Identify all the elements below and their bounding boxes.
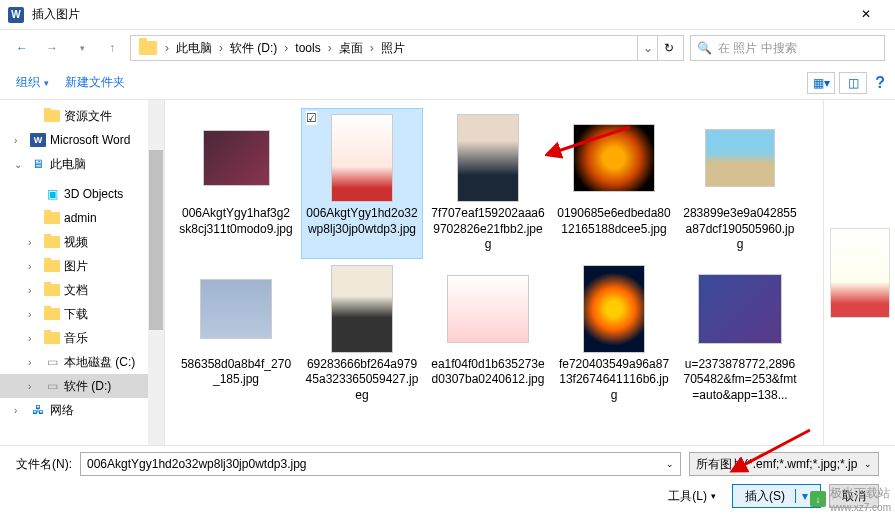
nav-forward-icon[interactable]: → (40, 36, 64, 60)
file-label: 7f707eaf159202aaa69702826e21fbb2.jpeg (431, 206, 545, 253)
sidebar-item-label: 图片 (64, 258, 88, 275)
view-preview-button[interactable]: ◫ (839, 72, 867, 94)
folder-icon (44, 110, 60, 122)
file-item[interactable]: 006AkgtYgy1haf3g2sk8cj311t0modo9.jpg (175, 108, 297, 259)
file-thumbnail (570, 114, 658, 202)
breadcrumb-item[interactable]: 软件 (D:) (227, 40, 280, 57)
filter-dropdown[interactable]: 所有图片(*.emf;*.wmf;*.jpg;*.jp ⌄ (689, 452, 879, 476)
drive-icon: ▭ (44, 379, 60, 393)
file-thumbnail (444, 265, 532, 353)
sidebar-item-label: 软件 (D:) (64, 378, 111, 395)
sidebar-item[interactable]: ▣3D Objects (0, 182, 164, 206)
new-folder-button[interactable]: 新建文件夹 (59, 70, 131, 95)
expand-icon[interactable]: › (28, 237, 40, 248)
file-item[interactable]: 69283666bf264a97945a323365059427.jpeg (301, 259, 423, 410)
file-item[interactable]: u=2373878772,2896705482&fm=253&fmt=auto&… (679, 259, 801, 410)
sidebar-item-label: 音乐 (64, 330, 88, 347)
folder-icon (44, 284, 60, 296)
filename-label: 文件名(N): (16, 456, 72, 473)
expand-icon[interactable]: › (28, 333, 40, 344)
sidebar-item[interactable]: ›图片 (0, 254, 164, 278)
nav-dropdown-icon[interactable]: ▾ (70, 36, 94, 60)
sidebar-item-label: 网络 (50, 402, 74, 419)
sidebar-item[interactable]: ›🖧网络 (0, 398, 164, 422)
file-item[interactable]: 0190685e6edbeda8012165188dcee5.jpg (553, 108, 675, 259)
file-label: ea1f04f0d1b635273ed0307ba0240612.jpg (431, 357, 545, 388)
sidebar-item[interactable]: ›▭软件 (D:) (0, 374, 164, 398)
file-label: 69283666bf264a97945a323365059427.jpeg (305, 357, 419, 404)
insert-button[interactable]: 插入(S)▾ (732, 484, 821, 508)
nav-up-icon[interactable]: ↑ (100, 36, 124, 60)
file-thumbnail (318, 114, 406, 202)
expand-icon[interactable]: › (28, 357, 40, 368)
expand-icon[interactable]: › (28, 309, 40, 320)
expand-icon[interactable]: › (28, 261, 40, 272)
file-thumbnail (444, 114, 532, 202)
expand-icon[interactable]: › (28, 381, 40, 392)
folder-icon (44, 332, 60, 344)
file-item[interactable]: ea1f04f0d1b635273ed0307ba0240612.jpg (427, 259, 549, 410)
sidebar-item-label: 3D Objects (64, 187, 123, 201)
sidebar-item[interactable]: ›WMicrosoft Word (0, 128, 164, 152)
sidebar-item[interactable]: 资源文件 (0, 104, 164, 128)
expand-icon[interactable]: › (28, 285, 40, 296)
sidebar-item-label: Microsoft Word (50, 133, 130, 147)
tools-menu[interactable]: 工具(L) ▾ (660, 486, 724, 507)
close-button[interactable]: ✕ (845, 0, 887, 29)
sidebar-item[interactable]: admin (0, 206, 164, 230)
obj3d-icon: ▣ (44, 187, 60, 201)
chevron-right-icon: › (215, 41, 227, 55)
filter-text: 所有图片(*.emf;*.wmf;*.jpg;*.jp (696, 456, 857, 473)
breadcrumb-item[interactable]: tools (292, 41, 323, 55)
expand-icon[interactable]: › (14, 405, 26, 416)
main-area: 资源文件›WMicrosoft Word⌄🖥此电脑▣3D Objectsadmi… (0, 100, 895, 445)
file-item[interactable]: fe720403549a96a8713f2674641116b6.jpg (553, 259, 675, 410)
preview-pane (823, 100, 895, 445)
chevron-right-icon: › (161, 41, 173, 55)
breadcrumb[interactable]: › 此电脑 › 软件 (D:) › tools › 桌面 › 照片 ⌄ ↻ (130, 35, 684, 61)
folder-icon (44, 236, 60, 248)
breadcrumb-item[interactable]: 照片 (378, 40, 408, 57)
file-item[interactable]: 283899e3e9a042855a87dcf190505960.jpg (679, 108, 801, 259)
sidebar-item[interactable]: ›音乐 (0, 326, 164, 350)
search-input[interactable]: 🔍 在 照片 中搜索 (690, 35, 885, 61)
breadcrumb-item[interactable]: 此电脑 (173, 40, 215, 57)
sidebar-item[interactable]: ›下载 (0, 302, 164, 326)
word-icon: W (30, 133, 46, 147)
sidebar-item[interactable]: ›视频 (0, 230, 164, 254)
sidebar-item[interactable]: ›▭本地磁盘 (C:) (0, 350, 164, 374)
scrollbar-thumb[interactable] (149, 150, 163, 330)
breadcrumb-dropdown[interactable]: ⌄ (637, 36, 657, 60)
chevron-right-icon: › (280, 41, 292, 55)
bottom-bar: 文件名(N): 006AkgtYgy1hd2o32wp8lj30jp0wtdp3… (0, 445, 895, 514)
scrollbar[interactable] (148, 100, 164, 445)
breadcrumb-item[interactable]: 桌面 (336, 40, 366, 57)
nav-row: ← → ▾ ↑ › 此电脑 › 软件 (D:) › tools › 桌面 › 照… (0, 30, 895, 66)
cancel-button[interactable]: 取消 (829, 484, 879, 508)
file-item[interactable]: 586358d0a8b4f_270_185.jpg (175, 259, 297, 410)
sidebar-item[interactable]: ›文档 (0, 278, 164, 302)
net-icon: 🖧 (30, 403, 46, 417)
sidebar-item[interactable]: ⌄🖥此电脑 (0, 152, 164, 176)
expand-icon[interactable]: ⌄ (14, 159, 26, 170)
folder-icon (44, 308, 60, 320)
drive-icon: ▭ (44, 355, 60, 369)
organize-menu[interactable]: 组织 ▾ (10, 70, 55, 95)
sidebar-item-label: 本地磁盘 (C:) (64, 354, 135, 371)
file-item[interactable]: 7f707eaf159202aaa69702826e21fbb2.jpeg (427, 108, 549, 259)
expand-icon[interactable]: › (14, 135, 26, 146)
nav-back-icon[interactable]: ← (10, 36, 34, 60)
file-label: fe720403549a96a8713f2674641116b6.jpg (557, 357, 671, 404)
file-item[interactable]: 006AkgtYgy1hd2o32wp8lj30jp0wtdp3.jpg (301, 108, 423, 259)
refresh-icon[interactable]: ↻ (657, 36, 679, 60)
folder-icon (44, 212, 60, 224)
filename-input[interactable]: 006AkgtYgy1hd2o32wp8lj30jp0wtdp3.jpg ⌄ (80, 452, 681, 476)
file-thumbnail (570, 265, 658, 353)
file-label: 006AkgtYgy1haf3g2sk8cj311t0modo9.jpg (179, 206, 293, 237)
file-grid[interactable]: 006AkgtYgy1haf3g2sk8cj311t0modo9.jpg006A… (165, 100, 823, 445)
help-icon[interactable]: ? (875, 74, 885, 92)
chevron-down-icon[interactable]: ⌄ (666, 459, 674, 469)
view-thumbnails-button[interactable]: ▦▾ (807, 72, 835, 94)
search-placeholder: 在 照片 中搜索 (718, 40, 797, 57)
insert-dropdown[interactable]: ▾ (795, 489, 808, 503)
